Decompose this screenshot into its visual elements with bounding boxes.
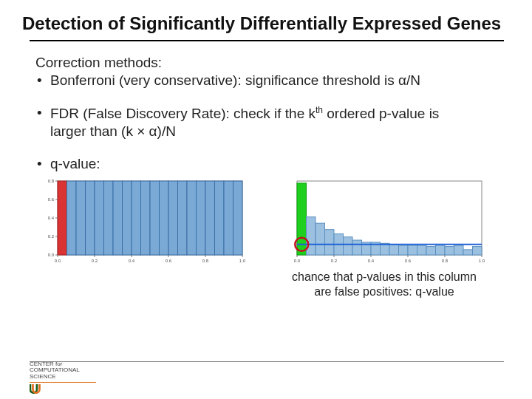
svg-rect-13: [168, 181, 178, 255]
chart-left-svg: 0.00.20.40.60.81.00.00.20.40.60.8: [40, 177, 247, 265]
bullet-qvalue: q-value:: [35, 156, 497, 172]
superscript-th: th: [316, 105, 323, 115]
u-logo-icon: [30, 383, 43, 394]
svg-rect-63: [473, 247, 482, 255]
alpha-symbol: α: [398, 72, 406, 88]
svg-text:1.0: 1.0: [479, 259, 485, 263]
bullet-fdr: FDR (False Discovery Rate): check if the…: [35, 105, 497, 122]
bullet-fdr-line2: larger than (k × α)/N: [35, 123, 497, 140]
svg-text:0.6: 0.6: [48, 197, 55, 202]
svg-text:0.6: 0.6: [405, 259, 412, 263]
svg-text:0.0: 0.0: [48, 253, 55, 257]
svg-rect-62: [463, 250, 473, 255]
svg-rect-17: [205, 181, 215, 255]
svg-rect-16: [197, 181, 206, 255]
chart-row: 0.00.20.40.60.81.00.00.20.40.60.8 0.00.2…: [35, 177, 497, 265]
svg-rect-20: [233, 181, 243, 255]
svg-text:0.2: 0.2: [92, 259, 98, 263]
chart-caption: chance that p-values in this column are …: [272, 270, 497, 299]
bonferroni-text-pre: Bonferroni (very conservative): signific…: [50, 72, 398, 88]
svg-rect-12: [160, 181, 169, 255]
svg-text:0.0: 0.0: [55, 259, 61, 263]
footer-sci-label: SCIENCE: [30, 374, 96, 381]
svg-rect-47: [325, 230, 335, 255]
svg-rect-61: [454, 245, 464, 255]
svg-text:0.6: 0.6: [166, 259, 172, 263]
svg-rect-57: [417, 245, 427, 255]
svg-text:0.2: 0.2: [48, 234, 55, 239]
fdr-text-pre: FDR (False Discovery Rate): check if the…: [50, 106, 316, 121]
svg-rect-5: [95, 181, 104, 255]
caption-line2: are false positives: q-value: [314, 285, 454, 298]
svg-rect-6: [104, 181, 114, 255]
svg-rect-11: [150, 181, 160, 255]
svg-rect-58: [426, 247, 436, 255]
svg-rect-59: [436, 245, 446, 255]
correction-methods-label: Correction methods:: [35, 55, 497, 71]
svg-rect-15: [187, 181, 197, 255]
chart-left-uniform: 0.00.20.40.60.81.00.00.20.40.60.8: [40, 177, 247, 265]
svg-rect-55: [399, 245, 409, 255]
chart-right-skewed: 0.00.20.40.60.81.0: [279, 177, 486, 265]
fdr-text-mid: ordered p-value is: [323, 106, 439, 121]
svg-text:0.8: 0.8: [202, 259, 209, 263]
bullet-bonferroni: Bonferroni (very conservative): signific…: [35, 72, 497, 89]
svg-rect-9: [132, 181, 141, 255]
svg-rect-4: [86, 181, 95, 255]
footer-branding: CENTER for COMPUTATIONAL SCIENCE: [30, 361, 96, 383]
chart-right-svg: 0.00.20.40.60.81.0: [279, 177, 486, 265]
svg-rect-18: [215, 181, 225, 255]
svg-text:0.2: 0.2: [331, 259, 338, 263]
svg-rect-50: [352, 240, 362, 255]
footer-divider: [30, 361, 504, 362]
svg-text:0.4: 0.4: [129, 259, 135, 263]
svg-rect-45: [307, 217, 316, 255]
svg-rect-7: [113, 181, 123, 255]
svg-rect-10: [141, 181, 151, 255]
svg-text:0.0: 0.0: [294, 259, 301, 263]
svg-rect-8: [123, 181, 132, 255]
svg-text:0.8: 0.8: [442, 259, 449, 263]
bonferroni-text-post: /N: [406, 72, 420, 88]
svg-rect-1: [58, 181, 67, 255]
svg-rect-60: [445, 247, 454, 255]
svg-text:1.0: 1.0: [239, 259, 246, 263]
footer-orange-rule: [30, 382, 96, 383]
slide-title: Detection of Significantly Differentiall…: [0, 0, 532, 38]
slide-body: Correction methods: Bonferroni (very con…: [0, 41, 532, 299]
svg-rect-49: [344, 237, 353, 255]
svg-rect-3: [76, 181, 86, 255]
caption-line1: chance that p-values in this column: [292, 270, 477, 283]
svg-rect-56: [408, 245, 417, 255]
svg-rect-46: [316, 223, 325, 255]
svg-rect-19: [224, 181, 233, 255]
svg-text:0.4: 0.4: [368, 259, 375, 263]
svg-text:0.8: 0.8: [48, 179, 55, 183]
svg-text:0.4: 0.4: [48, 216, 55, 220]
svg-rect-14: [178, 181, 188, 255]
svg-rect-54: [389, 245, 399, 255]
svg-rect-2: [67, 181, 77, 255]
